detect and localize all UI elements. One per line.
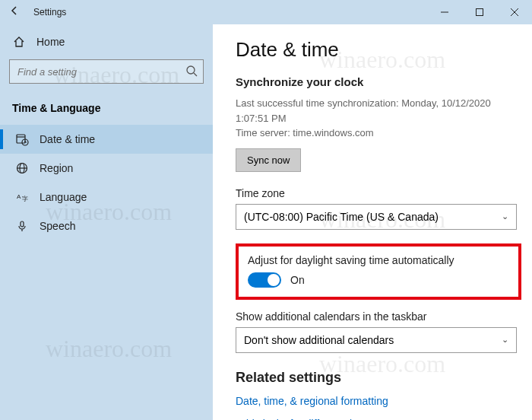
dst-state: On xyxy=(290,274,305,286)
sidebar-item-language[interactable]: A字 Language xyxy=(0,183,213,212)
home-icon xyxy=(12,35,26,49)
additional-calendars-label: Show additional calendars in the taskbar xyxy=(236,310,521,323)
svg-rect-6 xyxy=(17,135,25,143)
sidebar: Home Time & Language Date & time Region … xyxy=(0,24,213,420)
toggle-knob xyxy=(268,274,280,286)
sidebar-item-region[interactable]: Region xyxy=(0,154,213,183)
additional-calendars-value: Don't show additional calendars xyxy=(244,334,394,346)
sync-info-line2: Time server: time.windows.com xyxy=(236,126,521,141)
main-content: Date & time Synchronize your clock Last … xyxy=(213,24,532,420)
svg-text:字: 字 xyxy=(22,196,28,202)
chevron-down-icon: ⌄ xyxy=(502,335,508,345)
page-title: Date & time xyxy=(236,38,521,62)
back-icon[interactable] xyxy=(9,5,20,19)
sidebar-item-date-time[interactable]: Date & time xyxy=(0,125,213,154)
home-label: Home xyxy=(36,36,65,48)
sync-info-line1: Last successful time synchronization: Mo… xyxy=(236,96,521,126)
sidebar-item-speech[interactable]: Speech xyxy=(0,212,213,240)
timezone-value: (UTC-08:00) Pacific Time (US & Canada) xyxy=(244,211,439,223)
link-date-time-formatting[interactable]: Date, time, & regional formatting xyxy=(236,395,521,407)
svg-rect-1 xyxy=(477,9,483,16)
titlebar: Settings xyxy=(0,0,532,24)
sidebar-item-label: Region xyxy=(40,162,73,174)
calendar-clock-icon xyxy=(15,132,29,146)
sync-now-button[interactable]: Sync now xyxy=(236,148,301,172)
svg-point-4 xyxy=(187,66,195,74)
window-title: Settings xyxy=(33,7,66,18)
category-header: Time & Language xyxy=(0,94,213,125)
svg-line-5 xyxy=(194,73,197,76)
sync-header: Synchronize your clock xyxy=(236,75,521,88)
globe-icon xyxy=(15,161,29,175)
microphone-icon xyxy=(15,219,29,233)
link-add-clocks[interactable]: Add clocks for different time zones xyxy=(236,418,521,421)
dst-label: Adjust for daylight saving time automati… xyxy=(248,254,509,266)
language-icon: A字 xyxy=(15,190,29,204)
sidebar-item-label: Language xyxy=(40,191,87,203)
dst-toggle[interactable] xyxy=(248,272,281,288)
maximize-button[interactable] xyxy=(462,0,497,24)
timezone-label: Time zone xyxy=(236,187,521,199)
sidebar-item-label: Date & time xyxy=(40,133,95,145)
close-button[interactable] xyxy=(497,0,532,24)
related-settings-header: Related settings xyxy=(236,370,521,386)
additional-calendars-dropdown[interactable]: Don't show additional calendars ⌄ xyxy=(236,327,517,353)
svg-text:A: A xyxy=(17,193,21,200)
timezone-dropdown[interactable]: (UTC-08:00) Pacific Time (US & Canada) ⌄ xyxy=(236,204,517,230)
svg-rect-16 xyxy=(21,221,24,227)
minimize-button[interactable] xyxy=(427,0,462,24)
search-icon xyxy=(185,65,198,80)
search-input[interactable] xyxy=(9,59,204,84)
sidebar-item-label: Speech xyxy=(40,220,75,232)
home-nav[interactable]: Home xyxy=(0,27,213,56)
chevron-down-icon: ⌄ xyxy=(502,212,508,221)
dst-highlight: Adjust for daylight saving time automati… xyxy=(236,243,521,300)
